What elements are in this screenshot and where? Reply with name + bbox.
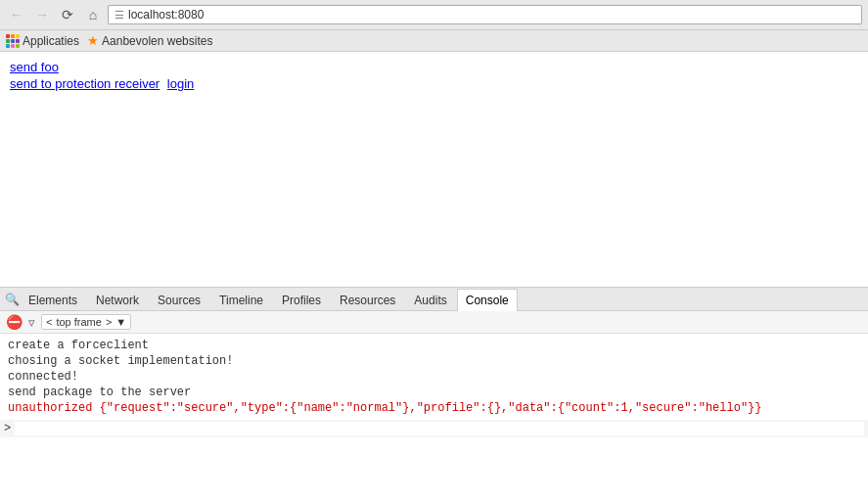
apps-icon — [6, 34, 20, 48]
frame-dropdown-icon: ▼ — [115, 316, 126, 328]
filter-icon[interactable]: ▿ — [28, 315, 35, 330]
bookmark-apps-label: Applicaties — [23, 34, 79, 48]
tab-sources[interactable]: Sources — [149, 289, 209, 311]
bookmarks-bar: Applicaties ★ Aanbevolen websites — [0, 29, 868, 51]
send-foo-link[interactable]: send foo — [10, 60, 858, 74]
tab-network[interactable]: Network — [87, 289, 148, 311]
url-text: localhost:8080 — [128, 8, 204, 22]
bookmark-apps[interactable]: Applicaties — [6, 34, 79, 48]
reload-button[interactable]: ⟳ — [57, 4, 78, 25]
devtools-panel: 🔍 Elements Network Sources Timeline Prof… — [0, 287, 868, 437]
tab-timeline[interactable]: Timeline — [210, 289, 272, 311]
address-icon: ☰ — [114, 9, 124, 22]
frame-label: < — [46, 316, 52, 328]
back-button[interactable]: ← — [6, 4, 27, 25]
console-line-3: connected! — [8, 369, 860, 385]
home-button[interactable]: ⌂ — [82, 4, 104, 25]
frame-selector[interactable]: <top frame> ▼ — [41, 314, 131, 330]
bookmark-recommended-label: Aanbevolen websites — [102, 34, 212, 48]
console-input[interactable] — [15, 422, 864, 435]
send-protection-link[interactable]: send to protection receiver — [10, 76, 160, 91]
console-line-2: chosing a socket implementation! — [8, 353, 860, 369]
tab-resources[interactable]: Resources — [331, 289, 404, 311]
devtools-tab-bar: 🔍 Elements Network Sources Timeline Prof… — [0, 288, 868, 311]
console-line-4: send package to the server — [8, 385, 860, 400]
console-output: create a forceclient chosing a socket im… — [0, 334, 868, 420]
tab-audits[interactable]: Audits — [405, 289, 455, 311]
tab-console[interactable]: Console — [457, 289, 518, 311]
bookmark-recommended[interactable]: ★ Aanbevolen websites — [87, 33, 212, 48]
tab-elements[interactable]: Elements — [20, 289, 86, 311]
search-icon[interactable]: 🔍 — [4, 292, 20, 307]
console-line-1: create a forceclient — [8, 338, 860, 353]
console-input-line[interactable]: > — [0, 420, 868, 437]
console-prompt: > — [4, 422, 11, 435]
tab-profiles[interactable]: Profiles — [273, 289, 330, 311]
clear-console-icon[interactable]: ⛔ — [6, 314, 23, 330]
login-link[interactable]: login — [167, 76, 194, 91]
console-toolbar: ⛔ ▿ <top frame> ▼ — [0, 311, 868, 334]
page-content: send foo send to protection receiver log… — [0, 52, 868, 287]
browser-chrome: ← → ⟳ ⌂ ☰ localhost:8080 Applicaties ★ A… — [0, 0, 868, 52]
console-line-5: unauthorized {"request":"secure","type":… — [8, 400, 860, 416]
nav-bar: ← → ⟳ ⌂ ☰ localhost:8080 — [0, 0, 868, 29]
forward-button[interactable]: → — [31, 4, 53, 25]
star-icon: ★ — [87, 33, 99, 48]
address-bar[interactable]: ☰ localhost:8080 — [108, 5, 862, 24]
frame-text: top frame — [56, 316, 101, 328]
